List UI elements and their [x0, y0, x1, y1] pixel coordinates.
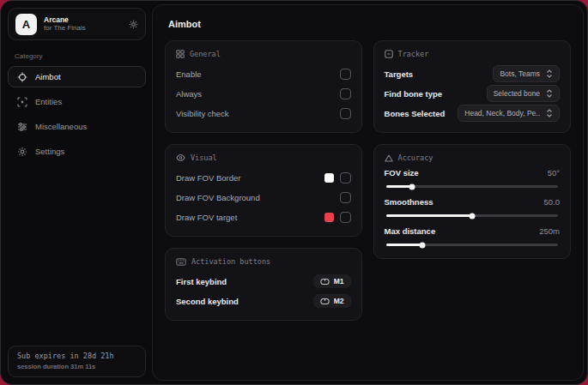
setting-label: First keybind [176, 277, 227, 286]
fov-border-color-swatch[interactable] [324, 173, 334, 183]
chevron-up-down-icon [546, 69, 553, 78]
keybind-value: M1 [334, 277, 344, 286]
dropdown-value: Bots, Teams [500, 69, 540, 78]
sidebar-item-label: Aimbot [35, 72, 61, 81]
subscription-box: Sub expires in 28d 21h session duration … [8, 346, 146, 377]
setting-label: Always [176, 89, 202, 99]
setting-row-fov-target: Draw FOV target [176, 208, 351, 226]
app-titles: Arcane for The Finals [44, 15, 86, 33]
sidebar-header: A Arcane for The Finals [8, 8, 146, 40]
main-panel: Aimbot General [152, 4, 584, 381]
setting-row-fov-background: Draw FOV Background [176, 188, 351, 207]
fov-size-slider[interactable] [386, 185, 558, 188]
setting-label: Second keybind [176, 297, 239, 306]
session-duration-text: session duration 31m 11s [17, 363, 136, 370]
slider-fill [386, 244, 422, 246]
smoothness-value: 50.0 [544, 197, 561, 207]
header-gear-icon[interactable] [129, 20, 138, 29]
app-subtitle: for The Finals [44, 24, 86, 33]
eye-icon [176, 153, 185, 162]
setting-label: Draw FOV Border [176, 173, 241, 183]
setting-row-first-keybind: First keybind M1 [176, 272, 351, 291]
sidebar-item-label: Miscellaneous [35, 122, 87, 131]
setting-row-second-keybind: Second keybind M2 [176, 292, 351, 310]
first-keybind-button[interactable]: M1 [313, 274, 351, 288]
sidebar-item-aimbot[interactable]: Aimbot [8, 66, 146, 87]
setting-row-targets: Targets Bots, Teams [385, 64, 560, 83]
sidebar-item-miscellaneous[interactable]: Miscellaneous [8, 116, 146, 137]
card-title: Accuracy [398, 153, 433, 162]
mouse-icon [320, 298, 330, 305]
visibility-check-checkbox[interactable] [340, 108, 351, 119]
app-window: A Arcane for The Finals Category [0, 0, 588, 385]
card-general: General Enable Always Visibility check [165, 40, 362, 133]
chevron-up-down-icon [546, 109, 553, 117]
card-title: Tracker [398, 50, 429, 58]
setting-label: Smoothness [385, 197, 433, 207]
setting-row-enable: Enable [176, 64, 351, 83]
always-checkbox[interactable] [340, 88, 351, 99]
setting-row-fov-size: FOV size 50° [385, 168, 560, 188]
second-keybind-button[interactable]: M2 [313, 294, 351, 308]
slider-fill [386, 185, 412, 188]
fov-background-checkbox[interactable] [340, 192, 351, 203]
setting-label: Bones Selected [385, 109, 446, 118]
mouse-icon [320, 278, 330, 286]
max-distance-slider[interactable] [386, 244, 558, 246]
slider-thumb[interactable] [469, 213, 475, 219]
setting-label: Find bone type [385, 89, 443, 99]
find-bone-type-dropdown[interactable]: Selected bone [487, 85, 560, 102]
card-activation-buttons: Activation buttons First keybind M1 [165, 248, 362, 321]
fov-size-value: 50° [548, 168, 560, 177]
setting-label: FOV size [385, 168, 419, 177]
setting-label: Draw FOV Background [176, 193, 260, 202]
fov-target-color-swatch[interactable] [324, 213, 334, 222]
card-tracker: Tracker Targets Bots, Teams [373, 40, 571, 133]
fov-border-checkbox[interactable] [340, 172, 351, 183]
sliders-icon [17, 122, 27, 132]
setting-row-fov-border: Draw FOV Border [176, 168, 351, 187]
bones-selected-dropdown[interactable]: Head, Neck, Body, Pe.. [458, 105, 560, 122]
card-visual: Visual Draw FOV Border Draw FOV Backgrou… [165, 144, 362, 237]
sidebar-item-settings[interactable]: Settings [8, 141, 146, 162]
chevron-up-down-icon [546, 89, 553, 98]
setting-label: Visibility check [176, 109, 229, 118]
sidebar-item-entities[interactable]: Entities [8, 91, 146, 112]
setting-row-find-bone-type: Find bone type Selected bone [385, 84, 560, 103]
category-label: Category [15, 52, 139, 60]
dropdown-value: Selected bone [494, 89, 540, 98]
dropdown-value: Head, Neck, Body, Pe.. [464, 109, 540, 117]
triangle-icon [385, 154, 393, 162]
entities-scan-icon [17, 97, 27, 107]
setting-row-bones-selected: Bones Selected Head, Neck, Body, Pe.. [385, 104, 560, 123]
sidebar-item-label: Settings [35, 147, 64, 156]
keybind-value: M2 [334, 297, 344, 305]
setting-label: Draw FOV target [176, 213, 237, 222]
setting-row-max-distance: Max distance 250m [385, 226, 560, 246]
slider-thumb[interactable] [419, 242, 425, 248]
page-title: Aimbot [168, 19, 571, 29]
app-logo: A [15, 14, 37, 35]
fov-target-checkbox[interactable] [340, 212, 351, 223]
card-title: Activation buttons [191, 257, 270, 266]
card-title: General [190, 50, 221, 58]
card-title: Visual [191, 153, 217, 162]
sidebar-item-label: Entities [35, 97, 62, 106]
max-distance-value: 250m [539, 226, 560, 236]
card-accuracy: Accuracy FOV size 50° [373, 144, 571, 259]
sidebar: A Arcane for The Finals Category [4, 4, 149, 381]
gear-icon [17, 147, 27, 157]
setting-label: Enable [176, 69, 202, 79]
sub-expiry-text: Sub expires in 28d 21h [17, 352, 136, 360]
slider-fill [386, 214, 472, 217]
setting-row-smoothness: Smoothness 50.0 [385, 197, 560, 217]
enable-checkbox[interactable] [340, 69, 351, 80]
setting-label: Max distance [385, 226, 436, 236]
smoothness-slider[interactable] [386, 214, 558, 217]
app-name: Arcane [44, 15, 86, 25]
grid-icon [176, 50, 185, 58]
tracker-box-icon [385, 50, 393, 58]
targets-dropdown[interactable]: Bots, Teams [493, 65, 560, 82]
slider-thumb[interactable] [409, 183, 415, 189]
keyboard-icon [176, 258, 186, 266]
